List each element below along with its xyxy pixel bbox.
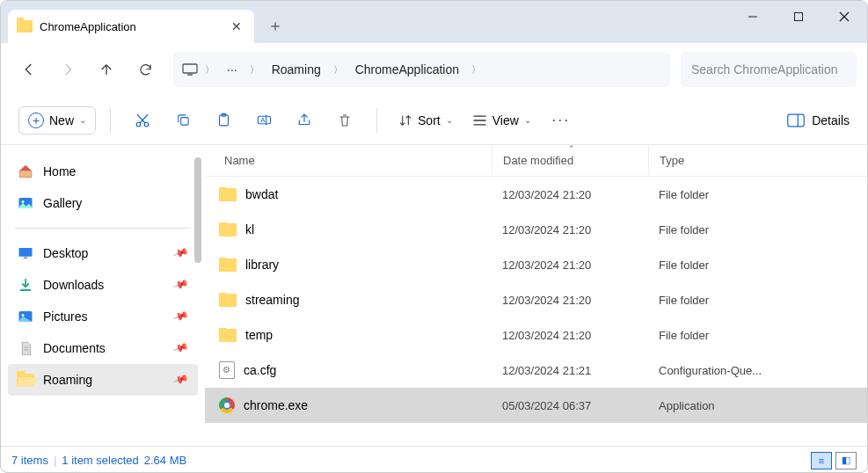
sidebar-label: Roaming: [43, 373, 92, 387]
refresh-button[interactable]: [128, 52, 163, 87]
folder-icon: [17, 371, 34, 389]
status-item-count: 7 items: [11, 454, 48, 467]
chevron-right-icon[interactable]: 〉: [248, 63, 261, 76]
sidebar-item-gallery[interactable]: Gallery: [8, 187, 198, 219]
forward-button[interactable]: [50, 52, 85, 87]
sort-button[interactable]: Sort ⌄: [391, 108, 460, 133]
status-bar: 7 items | 1 item selected 2.64 MB ≡ ◧: [1, 446, 867, 473]
sidebar-item-downloads[interactable]: Downloads 📌: [8, 269, 198, 301]
svg-point-20: [22, 200, 25, 203]
chevron-down-icon: ⌄: [79, 115, 86, 125]
address-bar[interactable]: 〉 ··· 〉 Roaming 〉 ChromeApplication 〉: [173, 52, 670, 87]
copy-button[interactable]: [165, 103, 201, 138]
sidebar-item-home[interactable]: Home: [8, 156, 198, 187]
file-row[interactable]: library12/03/2024 21:20File folder: [205, 247, 867, 282]
search-input[interactable]: Search ChromeApplication: [681, 52, 857, 87]
share-button[interactable]: [287, 103, 322, 138]
titlebar: ChromeApplication ✕ ＋: [1, 1, 867, 43]
tab-current[interactable]: ChromeApplication ✕: [8, 10, 254, 43]
folder-icon: [17, 20, 33, 33]
sidebar-item-roaming[interactable]: Roaming 📌: [8, 364, 198, 396]
folder-icon: [219, 188, 237, 201]
chevron-down-icon: ⌄: [446, 115, 453, 125]
cut-button[interactable]: [125, 103, 160, 138]
svg-text:A: A: [260, 116, 266, 124]
file-row[interactable]: chrome.exe05/03/2024 06:37Application: [205, 388, 867, 423]
maximize-button[interactable]: [776, 1, 821, 33]
folder-icon: [219, 294, 237, 307]
breadcrumb-chromeapplication[interactable]: ChromeApplication: [350, 59, 464, 80]
up-button[interactable]: [89, 52, 124, 87]
sidebar-item-pictures[interactable]: Pictures 📌: [8, 301, 198, 332]
file-name-cell: streaming: [205, 293, 492, 307]
column-type[interactable]: Type: [648, 145, 867, 176]
new-button[interactable]: + New ⌄: [18, 106, 96, 135]
file-name: ca.cfg: [244, 363, 276, 377]
details-pane-icon: [787, 113, 805, 127]
separator: [376, 108, 377, 133]
sidebar-label: Desktop: [43, 246, 88, 260]
view-label: View: [492, 113, 519, 127]
sort-indicator-icon: ⌃: [568, 144, 575, 153]
details-button[interactable]: Details: [787, 113, 850, 127]
file-date-cell: 12/03/2024 21:20: [492, 294, 648, 307]
folder-icon: [219, 223, 237, 236]
breadcrumb-ellipsis[interactable]: ···: [222, 59, 243, 80]
file-name-cell: ca.cfg: [205, 361, 492, 379]
breadcrumb-roaming[interactable]: Roaming: [266, 59, 326, 80]
chevron-right-icon[interactable]: 〉: [332, 63, 345, 76]
view-button[interactable]: View ⌄: [465, 108, 538, 133]
file-name: streaming: [245, 293, 299, 307]
sidebar-item-desktop[interactable]: Desktop 📌: [8, 237, 198, 269]
file-name-cell: bwdat: [205, 187, 492, 201]
file-row[interactable]: temp12/03/2024 21:20File folder: [205, 317, 867, 353]
more-button[interactable]: ···: [543, 103, 579, 138]
gallery-icon: [17, 194, 34, 212]
chevron-right-icon[interactable]: 〉: [470, 63, 483, 76]
view-tiles-button[interactable]: ◧: [835, 452, 857, 469]
chevron-right-icon[interactable]: 〉: [203, 63, 216, 76]
view-icon: [472, 114, 487, 127]
file-list: bwdat12/03/2024 21:20File folderkl12/03/…: [205, 177, 867, 446]
file-row[interactable]: kl12/03/2024 21:20File folder: [205, 212, 867, 247]
documents-icon: [17, 339, 34, 357]
file-row[interactable]: bwdat12/03/2024 21:20File folder: [205, 177, 867, 212]
delete-button[interactable]: [327, 103, 362, 138]
svg-rect-4: [183, 64, 197, 73]
separator: [15, 228, 191, 229]
sidebar-item-documents[interactable]: Documents 📌: [8, 332, 198, 364]
view-mode-buttons: ≡ ◧: [811, 452, 857, 469]
paste-button[interactable]: [206, 103, 241, 138]
status-selection: 1 item selected: [62, 454, 138, 467]
file-name: library: [245, 258, 279, 272]
file-type-cell: File folder: [648, 188, 867, 201]
new-tab-button[interactable]: ＋: [259, 10, 291, 41]
close-window-button[interactable]: [821, 1, 867, 33]
sidebar-label: Downloads: [43, 278, 104, 292]
nav-row: 〉 ··· 〉 Roaming 〉 ChromeApplication 〉 Se…: [1, 43, 867, 96]
chevron-down-icon: ⌄: [524, 115, 531, 125]
rename-button[interactable]: A: [246, 103, 281, 138]
tab-title: ChromeApplication: [40, 20, 222, 33]
file-type-cell: File folder: [648, 258, 867, 272]
file-type-cell: Configuration-Que...: [648, 364, 867, 377]
home-icon: [17, 163, 34, 180]
file-row[interactable]: streaming12/03/2024 21:20File folder: [205, 282, 867, 317]
svg-rect-8: [180, 118, 188, 126]
view-details-button[interactable]: ≡: [811, 452, 832, 469]
close-tab-icon[interactable]: ✕: [230, 19, 244, 33]
svg-rect-21: [19, 248, 33, 257]
file-name: bwdat: [245, 187, 278, 201]
sidebar: Home Gallery Desktop 📌 Downloads 📌 Pictu…: [1, 145, 205, 446]
back-button[interactable]: [11, 52, 47, 87]
sidebar-label: Home: [43, 164, 76, 178]
file-row[interactable]: ca.cfg12/03/2024 21:21Configuration-Que.…: [205, 353, 867, 388]
file-date-cell: 12/03/2024 21:20: [492, 329, 648, 342]
column-name[interactable]: Name: [205, 154, 492, 167]
main-area: Home Gallery Desktop 📌 Downloads 📌 Pictu…: [1, 145, 867, 446]
pictures-icon: [17, 308, 34, 325]
minimize-button[interactable]: [730, 1, 776, 33]
pin-icon: 📌: [172, 308, 190, 324]
desktop-icon: [17, 244, 34, 262]
pin-icon: 📌: [172, 339, 190, 356]
